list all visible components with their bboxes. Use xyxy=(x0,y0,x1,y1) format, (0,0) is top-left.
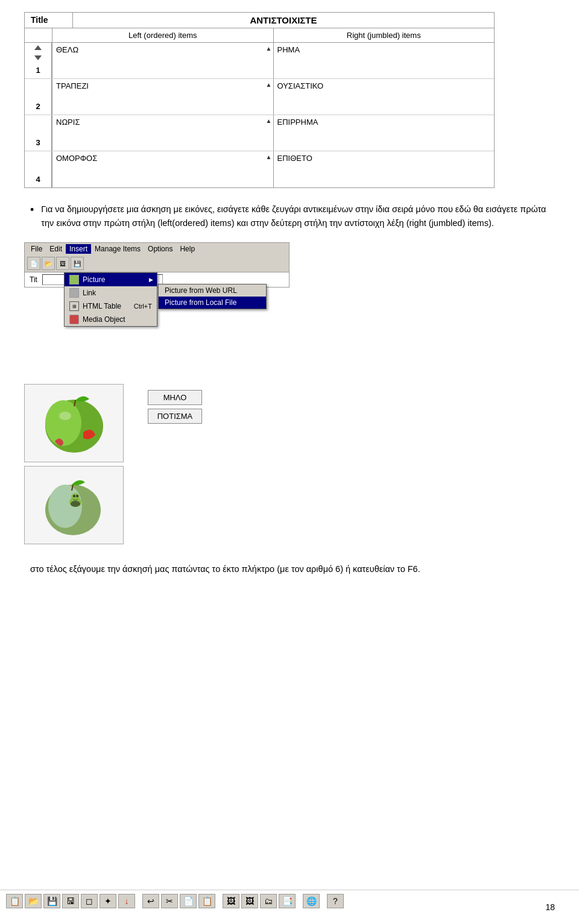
btb-copy2-icon[interactable]: 📄 xyxy=(180,894,197,908)
table-title-cell: Title xyxy=(25,13,73,28)
title-label: Tit xyxy=(30,275,37,284)
apple-svg-1 xyxy=(32,387,116,459)
toolbar-btn-4[interactable]: 💾 xyxy=(71,257,84,270)
paragraph-text: Για να δημιουργήσετε μια άσκηση με εικόν… xyxy=(41,203,555,230)
left-cell-2: ΤΡΑΠΕΖΙ ▲ xyxy=(52,79,274,115)
left-cell-3: ΝΩΡΙΣ ▲ xyxy=(52,115,274,151)
match-table: Title ΑΝΤΙΣΤΟΙΧΙΣΤΕ Left (ordered) items… xyxy=(24,12,495,188)
menu-item-html-table[interactable]: ⊞ HTML Table Ctrl+T xyxy=(65,300,157,313)
table-title-row: Title ΑΝΤΙΣΤΟΙΧΙΣΤΕ xyxy=(25,13,494,28)
word-box-mihlo: ΜΗΛΟ xyxy=(148,390,202,405)
menu-item-media-label: Media Object xyxy=(83,315,125,324)
row-num-area-1: 1 xyxy=(25,43,52,78)
left-cell-text-4: ΟΜΟΡΦΟΣ xyxy=(56,154,270,163)
btb-cut-icon[interactable]: ✂ xyxy=(161,894,178,908)
menu-insert[interactable]: Insert xyxy=(66,244,91,254)
bottom-toolbar: 📋 📂 💾 🖫 ◻ ✦ ↓ ↩ ✂ 📄 📋 🖼 🖼 🗂 📑 🌐 ? xyxy=(0,890,579,912)
arrow-up-icon[interactable] xyxy=(34,45,42,50)
scroll-arrow-3: ▲ xyxy=(266,118,272,124)
submenu-local-file[interactable]: Picture from Local File xyxy=(159,297,266,309)
table-icon: ⊞ xyxy=(69,301,79,311)
btb-img2-icon[interactable]: 🖼 xyxy=(241,894,258,908)
btb-arrow-icon[interactable]: ↓ xyxy=(118,894,135,908)
row-number-4: 4 xyxy=(36,175,40,184)
left-cell-text-3: ΝΩΡΙΣ xyxy=(56,118,270,127)
toolbar-strip: 📄 📂 🖼 💾 xyxy=(24,255,290,272)
btb-help-icon[interactable]: ? xyxy=(327,894,344,908)
svg-point-10 xyxy=(76,495,78,497)
apple-image-1 xyxy=(24,384,124,462)
bottom-paragraph: στο τέλος εξάγουμε την άσκησή μας πατώντ… xyxy=(24,562,555,576)
btb-paste-icon[interactable]: 📋 xyxy=(198,894,215,908)
table-row: 2 ΤΡΑΠΕΖΙ ▲ ΟΥΣΙΑΣΤΙΚΟ xyxy=(25,79,494,115)
menu-item-table-label: HTML Table xyxy=(83,302,121,310)
dropdown-area: Tit Picture Link ⊞ HTML Table Ctrl+T xyxy=(24,272,290,366)
bullet-point: • xyxy=(30,204,34,217)
btb-img3-icon[interactable]: 🗂 xyxy=(260,894,277,908)
table-row: 1 ΘΕΛΩ ▲ ΡΗΜΑ xyxy=(25,43,494,79)
scroll-arrow-2: ▲ xyxy=(266,81,272,88)
row-num-area-4: 4 xyxy=(25,151,52,187)
scroll-arrow-1: ▲ xyxy=(266,45,272,52)
word-box-potisma: ΠΟΤΙΣΜΑ xyxy=(148,409,202,424)
btb-save-icon[interactable]: 💾 xyxy=(43,894,60,908)
left-cell-4: ΟΜΟΡΦΟΣ ▲ xyxy=(52,151,274,187)
scroll-arrow-4: ▲ xyxy=(266,154,272,160)
toolbar-btn-1[interactable]: 📄 xyxy=(27,257,40,270)
menu-options[interactable]: Options xyxy=(144,244,176,254)
left-cell-text-1: ΘΕΛΩ xyxy=(56,45,270,54)
toolbar-btn-2[interactable]: 📂 xyxy=(42,257,55,270)
btb-net-icon[interactable]: 🌐 xyxy=(303,894,320,908)
btb-erase-icon[interactable]: ◻ xyxy=(81,894,98,908)
menu-item-picture-label: Picture xyxy=(83,275,105,284)
row-number-1: 1 xyxy=(36,66,40,75)
apple-svg-2 xyxy=(32,469,116,541)
word-boxes: ΜΗΛΟ ΠΟΤΙΣΜΑ xyxy=(148,390,202,424)
menu-help[interactable]: Help xyxy=(176,244,198,254)
table-row: 4 ΟΜΟΡΦΟΣ ▲ ΕΠΙΘΕΤΟ xyxy=(25,151,494,187)
menu-item-media[interactable]: Media Object xyxy=(65,313,157,326)
submenu-web-url[interactable]: Picture from Web URL xyxy=(159,284,266,297)
menu-bar: File Edit Insert Manage Items Options He… xyxy=(24,242,290,255)
menu-item-picture[interactable]: Picture xyxy=(65,273,157,286)
table-title: Title xyxy=(31,15,48,25)
apple-image-2 xyxy=(24,466,124,544)
insert-dropdown: Picture Link ⊞ HTML Table Ctrl+T Media O… xyxy=(64,272,157,327)
menu-manage-items[interactable]: Manage Items xyxy=(91,244,144,254)
menu-screenshot: File Edit Insert Manage Items Options He… xyxy=(24,242,290,366)
table-header: ΑΝΤΙΣΤΟΙΧΙΣΤΕ xyxy=(73,13,494,28)
row-num-col-header xyxy=(25,28,52,42)
paragraph-section: • Για να δημιουργήσετε μια άσκηση με εικ… xyxy=(24,203,555,230)
page-number: 18 xyxy=(545,902,555,912)
toolbar-btn-3[interactable]: 🖼 xyxy=(56,257,69,270)
menu-item-link[interactable]: Link xyxy=(65,286,157,300)
table-row: 3 ΝΩΡΙΣ ▲ ΕΠΙΡΡΗΜΑ xyxy=(25,115,494,151)
link-icon xyxy=(69,288,79,298)
row-number-2: 2 xyxy=(36,102,40,111)
table-col-headers: Left (ordered) items Right (jumbled) ite… xyxy=(25,28,494,43)
table-shortcut: Ctrl+T xyxy=(134,303,152,310)
picture-icon xyxy=(69,275,79,284)
btb-save2-icon[interactable]: 🖫 xyxy=(62,894,79,908)
btb-img1-icon[interactable]: 🖼 xyxy=(223,894,239,908)
right-cell-1: ΡΗΜΑ xyxy=(274,43,495,78)
btb-undo-icon[interactable]: ↩ xyxy=(142,894,159,908)
btb-special-icon[interactable]: ✦ xyxy=(100,894,116,908)
svg-point-3 xyxy=(59,412,71,420)
col-header-left: Left (ordered) items xyxy=(52,28,274,42)
svg-point-1 xyxy=(45,400,81,446)
images-section: ΜΗΛΟ ΠΟΤΙΣΜΑ xyxy=(24,384,555,544)
menu-edit[interactable]: Edit xyxy=(46,244,66,254)
arrow-down-icon[interactable] xyxy=(34,55,42,60)
menu-file[interactable]: File xyxy=(27,244,46,254)
left-cell-1: ΘΕΛΩ ▲ xyxy=(52,43,274,78)
media-icon xyxy=(69,315,79,324)
right-cell-3: ΕΠΙΡΡΗΜΑ xyxy=(274,115,495,151)
image-column xyxy=(24,384,124,544)
btb-open-icon[interactable]: 📂 xyxy=(25,894,42,908)
right-cell-4: ΕΠΙΘΕΤΟ xyxy=(274,151,495,187)
col-header-right: Right (jumbled) items xyxy=(274,28,495,42)
row-num-area-2: 2 xyxy=(25,79,52,115)
btb-copy-icon[interactable]: 📋 xyxy=(6,894,23,908)
btb-img4-icon[interactable]: 📑 xyxy=(279,894,296,908)
